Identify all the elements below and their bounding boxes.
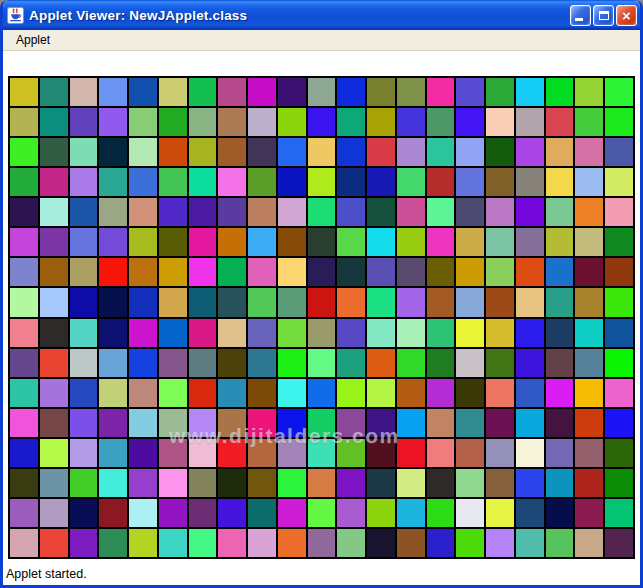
grid-cell (278, 228, 306, 256)
grid-cell (397, 228, 425, 256)
grid-cell (308, 168, 336, 196)
grid-cell (218, 439, 246, 467)
grid-cell (575, 379, 603, 407)
grid-cell (159, 409, 187, 437)
grid-cell (486, 168, 514, 196)
grid-cell (456, 409, 484, 437)
grid-cell (308, 409, 336, 437)
grid-cell (605, 469, 633, 497)
grid-cell (367, 108, 395, 136)
grid-cell (427, 529, 455, 557)
grid-cell (10, 198, 38, 226)
grid-cell (427, 469, 455, 497)
grid-cell (248, 258, 276, 286)
grid-cell (278, 319, 306, 347)
grid-cell (367, 138, 395, 166)
grid-cell (367, 288, 395, 316)
grid-cell (189, 228, 217, 256)
grid-cell (129, 379, 157, 407)
grid-cell (367, 258, 395, 286)
grid-cell (189, 168, 217, 196)
grid-cell (248, 319, 276, 347)
grid-cell (99, 529, 127, 557)
grid-cell (605, 168, 633, 196)
grid-cell (308, 499, 336, 527)
grid-cell (486, 469, 514, 497)
close-button[interactable]: × (616, 5, 637, 26)
grid-cell (189, 78, 217, 106)
grid-cell (218, 469, 246, 497)
grid-cell (605, 138, 633, 166)
grid-cell (605, 379, 633, 407)
grid-cell (70, 78, 98, 106)
grid-cell (546, 409, 574, 437)
grid-cell (40, 499, 68, 527)
grid-cell (70, 499, 98, 527)
grid-cell (189, 319, 217, 347)
grid-cell (605, 439, 633, 467)
grid-cell (516, 409, 544, 437)
grid-cell (427, 258, 455, 286)
grid-cell (427, 228, 455, 256)
grid-cell (70, 439, 98, 467)
menu-item-applet[interactable]: Applet (12, 31, 54, 49)
grid-cell (99, 78, 127, 106)
grid-cell (456, 288, 484, 316)
grid-cell (546, 319, 574, 347)
grid-cell (159, 439, 187, 467)
minimize-button[interactable] (570, 5, 591, 26)
grid-cell (10, 288, 38, 316)
grid-cell (70, 138, 98, 166)
grid-cell (605, 78, 633, 106)
grid-cell (278, 258, 306, 286)
grid-cell (516, 138, 544, 166)
grid-cell (40, 379, 68, 407)
menu-bar: Applet (3, 30, 640, 51)
grid-cell (397, 349, 425, 377)
grid-cell (99, 499, 127, 527)
grid-cell (70, 228, 98, 256)
grid-cell (159, 469, 187, 497)
grid-cell (337, 469, 365, 497)
grid-cell (575, 288, 603, 316)
title-bar[interactable]: Applet Viewer: NewJApplet.class × (0, 0, 643, 30)
grid-cell (575, 258, 603, 286)
grid-cell (427, 499, 455, 527)
grid-cell (337, 108, 365, 136)
grid-cell (99, 409, 127, 437)
grid-cell (456, 138, 484, 166)
grid-cell (486, 529, 514, 557)
grid-cell (189, 198, 217, 226)
grid-cell (278, 499, 306, 527)
grid-cell (129, 138, 157, 166)
grid-cell (218, 349, 246, 377)
grid-cell (397, 138, 425, 166)
grid-cell (546, 349, 574, 377)
grid-cell (605, 529, 633, 557)
grid-cell (278, 198, 306, 226)
grid-cell (248, 288, 276, 316)
grid-cell (367, 379, 395, 407)
grid-cell (575, 319, 603, 347)
grid-cell (278, 108, 306, 136)
grid-cell (546, 529, 574, 557)
grid-cell (40, 439, 68, 467)
grid-cell (308, 228, 336, 256)
grid-cell (99, 228, 127, 256)
grid-cell (605, 409, 633, 437)
grid-cell (308, 138, 336, 166)
grid-cell (605, 258, 633, 286)
grid-cell (70, 319, 98, 347)
maximize-button[interactable] (593, 5, 614, 26)
grid-cell (40, 138, 68, 166)
grid-cell (397, 288, 425, 316)
grid-cell (546, 439, 574, 467)
grid-cell (218, 138, 246, 166)
grid-cell (397, 168, 425, 196)
grid-cell (486, 349, 514, 377)
grid-cell (129, 108, 157, 136)
grid-cell (486, 379, 514, 407)
grid-cell (40, 288, 68, 316)
grid-cell (248, 168, 276, 196)
grid-cell (248, 379, 276, 407)
